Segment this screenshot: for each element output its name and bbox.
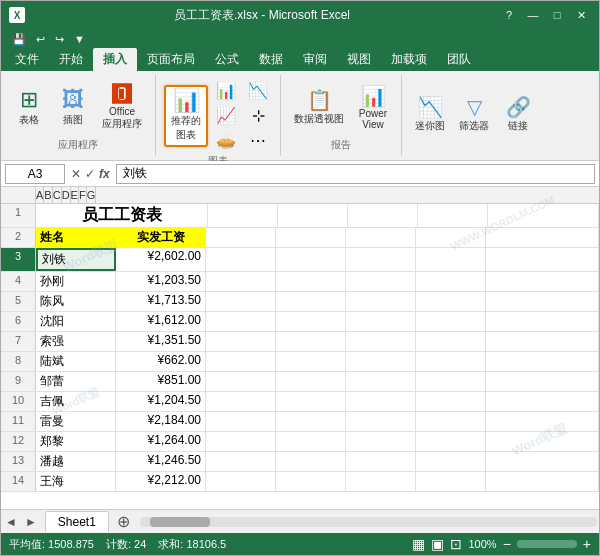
page-break-view-button[interactable]: ⊡ <box>450 536 462 552</box>
cell-d5[interactable] <box>276 292 346 311</box>
pivot-chart-button[interactable]: 📋 数据透视图 <box>289 87 349 129</box>
cell-e2[interactable] <box>346 228 416 247</box>
tab-review[interactable]: 审阅 <box>293 48 337 71</box>
cell-e14[interactable] <box>346 472 416 491</box>
cell-f8[interactable] <box>416 352 486 371</box>
cell-a10[interactable]: 吉佩 <box>36 392 116 411</box>
cell-a14[interactable]: 王海 <box>36 472 116 491</box>
cell-e4[interactable] <box>346 272 416 291</box>
sheet-tab-prev[interactable]: ◄ <box>1 515 21 529</box>
cell-g14[interactable] <box>486 472 599 491</box>
col-header-c[interactable]: C <box>53 187 62 203</box>
cell-c13[interactable] <box>206 452 276 471</box>
row-num-2[interactable]: 2 <box>1 228 36 247</box>
cell-c8[interactable] <box>206 352 276 371</box>
tab-data[interactable]: 数据 <box>249 48 293 71</box>
cell-b14[interactable]: ¥2,212.00 <box>116 472 206 491</box>
cell-c12[interactable] <box>206 432 276 451</box>
cell-b6[interactable]: ¥1,612.00 <box>116 312 206 331</box>
cell-g9[interactable] <box>486 372 599 391</box>
row-num-3[interactable]: 3 <box>1 248 36 271</box>
cell-c6[interactable] <box>206 312 276 331</box>
recommend-chart-button[interactable]: 📊 推荐的图表 <box>164 85 208 147</box>
cell-d4[interactable] <box>276 272 346 291</box>
cell-f2[interactable] <box>416 228 486 247</box>
cell-d10[interactable] <box>276 392 346 411</box>
cell-f13[interactable] <box>416 452 486 471</box>
sheet-tab-next[interactable]: ► <box>21 515 41 529</box>
redo-quick-button[interactable]: ↪ <box>52 32 67 47</box>
save-quick-button[interactable]: 💾 <box>9 32 29 47</box>
cell-b4[interactable]: ¥1,203.50 <box>116 272 206 291</box>
cell-g6[interactable] <box>486 312 599 331</box>
cell-g12[interactable] <box>486 432 599 451</box>
row-num-14[interactable]: 14 <box>1 472 36 491</box>
tab-file[interactable]: 文件 <box>5 48 49 71</box>
cell-b11[interactable]: ¥2,184.00 <box>116 412 206 431</box>
office-app-button[interactable]: 🅾 Office应用程序 <box>97 81 147 134</box>
tab-home[interactable]: 开始 <box>49 48 93 71</box>
cell-c9[interactable] <box>206 372 276 391</box>
tab-addins[interactable]: 加载项 <box>381 48 437 71</box>
table-button[interactable]: ⊞ 表格 <box>9 86 49 130</box>
cell-a11[interactable]: 雷曼 <box>36 412 116 431</box>
bar-chart-button[interactable]: 📉 <box>244 79 272 102</box>
cell-c11[interactable] <box>206 412 276 431</box>
page-layout-view-button[interactable]: ▣ <box>431 536 444 552</box>
cell-g5[interactable] <box>486 292 599 311</box>
zoom-slider[interactable] <box>517 540 577 548</box>
help-button[interactable]: ? <box>499 5 519 25</box>
cell-d7[interactable] <box>276 332 346 351</box>
row-num-10[interactable]: 10 <box>1 392 36 411</box>
cell-c1[interactable] <box>208 204 278 227</box>
col-header-g[interactable]: G <box>87 187 97 203</box>
cell-d3[interactable] <box>276 248 346 271</box>
cell-a1[interactable]: 员工工资表 <box>36 204 208 227</box>
row-num-6[interactable]: 6 <box>1 312 36 331</box>
normal-view-button[interactable]: ▦ <box>412 536 425 552</box>
col-header-a[interactable]: A <box>36 187 44 203</box>
cell-e1[interactable] <box>348 204 418 227</box>
cell-d6[interactable] <box>276 312 346 331</box>
customize-quick-button[interactable]: ▼ <box>71 32 88 46</box>
cell-g4[interactable] <box>486 272 599 291</box>
cell-d2[interactable] <box>276 228 346 247</box>
cell-f7[interactable] <box>416 332 486 351</box>
cell-f11[interactable] <box>416 412 486 431</box>
cell-a5[interactable]: 陈风 <box>36 292 116 311</box>
row-num-11[interactable]: 11 <box>1 412 36 431</box>
cell-b8[interactable]: ¥662.00 <box>116 352 206 371</box>
tab-page-layout[interactable]: 页面布局 <box>137 48 205 71</box>
cell-d11[interactable] <box>276 412 346 431</box>
cell-e5[interactable] <box>346 292 416 311</box>
cell-g13[interactable] <box>486 452 599 471</box>
sparkline-button[interactable]: 📉 迷你图 <box>410 94 450 136</box>
cell-e7[interactable] <box>346 332 416 351</box>
cell-c5[interactable] <box>206 292 276 311</box>
cell-a4[interactable]: 孙刚 <box>36 272 116 291</box>
tab-formula[interactable]: 公式 <box>205 48 249 71</box>
row-num-13[interactable]: 13 <box>1 452 36 471</box>
formula-input[interactable] <box>116 164 595 184</box>
cell-a7[interactable]: 索强 <box>36 332 116 351</box>
cell-reference-input[interactable] <box>5 164 65 184</box>
cell-e11[interactable] <box>346 412 416 431</box>
zoom-out-button[interactable]: − <box>503 536 511 552</box>
undo-quick-button[interactable]: ↩ <box>33 32 48 47</box>
cell-a12[interactable]: 郑黎 <box>36 432 116 451</box>
cell-c2[interactable] <box>206 228 276 247</box>
cell-d1[interactable] <box>278 204 348 227</box>
pie-chart-button[interactable]: 🥧 <box>212 129 240 152</box>
cell-g1[interactable] <box>488 204 599 227</box>
cell-b10[interactable]: ¥1,204.50 <box>116 392 206 411</box>
cell-d9[interactable] <box>276 372 346 391</box>
zoom-in-button[interactable]: + <box>583 536 591 552</box>
cell-g2[interactable] <box>486 228 599 247</box>
picture-button[interactable]: 🖼 插图 <box>53 86 93 130</box>
cell-f4[interactable] <box>416 272 486 291</box>
tab-view[interactable]: 视图 <box>337 48 381 71</box>
more-chart-button[interactable]: ⋯ <box>244 129 272 152</box>
add-sheet-button[interactable]: ⊕ <box>109 512 138 531</box>
cell-c4[interactable] <box>206 272 276 291</box>
cell-e8[interactable] <box>346 352 416 371</box>
